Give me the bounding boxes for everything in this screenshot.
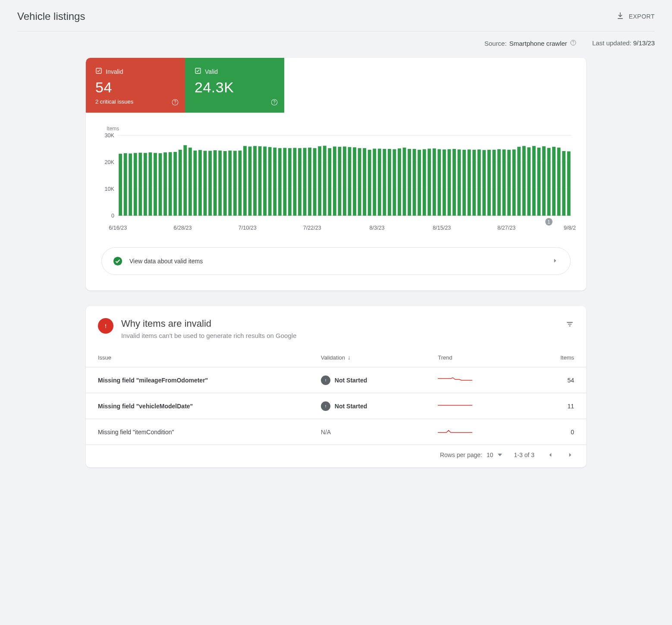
svg-rect-46	[268, 147, 272, 216]
svg-rect-17	[124, 153, 127, 216]
valid-count: 24.3K	[195, 79, 275, 96]
help-icon[interactable]	[570, 39, 577, 47]
svg-rect-64	[358, 148, 361, 215]
svg-rect-59	[333, 146, 336, 215]
svg-rect-63	[353, 147, 356, 215]
svg-rect-47	[273, 148, 276, 216]
col-issue[interactable]: Issue	[86, 348, 309, 367]
chevron-right-icon	[551, 257, 559, 266]
svg-point-1	[573, 44, 573, 44]
svg-rect-76	[418, 150, 421, 216]
svg-rect-74	[408, 149, 411, 216]
items-bar-chart: 010K20K30K6/16/236/28/237/10/237/22/238/…	[96, 133, 576, 233]
valid-tab[interactable]: Valid 24.3K	[185, 58, 284, 113]
svg-rect-91	[493, 150, 496, 216]
issue-row[interactable]: Missing field "itemCondition"N/A0	[86, 419, 586, 445]
svg-text:6/28/23: 6/28/23	[174, 224, 192, 231]
svg-rect-33	[204, 151, 207, 215]
svg-rect-39	[233, 151, 237, 215]
svg-rect-49	[283, 148, 286, 216]
svg-rect-51	[293, 148, 296, 216]
svg-rect-96	[517, 147, 521, 216]
svg-rect-23	[154, 153, 157, 215]
overview-card: Invalid 54 2 critical issues Valid 24.3K	[86, 58, 586, 290]
svg-rect-18	[129, 154, 132, 216]
svg-rect-84	[458, 149, 461, 215]
svg-rect-71	[393, 149, 396, 216]
svg-rect-86	[468, 149, 471, 215]
help-icon[interactable]	[270, 98, 278, 107]
svg-rect-35	[214, 150, 217, 215]
svg-rect-68	[378, 148, 381, 215]
svg-rect-43	[253, 146, 257, 215]
svg-rect-94	[507, 150, 511, 216]
svg-rect-77	[423, 149, 426, 216]
svg-point-7	[274, 104, 274, 104]
svg-rect-58	[328, 148, 331, 215]
svg-rect-22	[149, 152, 152, 215]
filter-button[interactable]	[565, 318, 574, 330]
issue-row[interactable]: Missing field "mileageFromOdometer"Not S…	[86, 367, 586, 393]
svg-rect-75	[413, 149, 416, 216]
svg-rect-19	[134, 153, 137, 215]
issue-row[interactable]: Missing field "vehicleModelDate"Not Star…	[86, 393, 586, 419]
svg-rect-102	[547, 148, 551, 216]
rows-per-page-select[interactable]: Rows per page: 10	[440, 451, 502, 458]
svg-rect-38	[228, 151, 232, 216]
issue-name: Missing field "vehicleModelDate"	[86, 393, 309, 419]
svg-rect-25	[163, 152, 167, 215]
checkbox-checked-icon	[95, 67, 102, 76]
svg-rect-82	[448, 149, 451, 216]
checkbox-checked-icon	[195, 67, 201, 76]
svg-text:1: 1	[548, 219, 550, 224]
svg-rect-42	[248, 146, 252, 215]
help-icon[interactable]	[171, 98, 179, 107]
issue-trend-sparkline	[426, 393, 523, 419]
svg-rect-97	[522, 146, 526, 215]
last-updated-meta: Last updated: 9/13/23	[592, 39, 655, 47]
next-page-button[interactable]	[566, 451, 574, 459]
svg-rect-26	[169, 152, 172, 215]
svg-rect-66	[368, 150, 371, 216]
svg-rect-54	[308, 148, 311, 216]
svg-rect-56	[318, 146, 321, 216]
invalid-tab[interactable]: Invalid 54 2 critical issues	[86, 58, 185, 113]
not-started-icon	[321, 376, 330, 385]
page-title: Vehicle listings	[17, 10, 85, 22]
svg-rect-101	[542, 146, 546, 216]
dropdown-triangle-icon	[498, 451, 502, 458]
issue-validation: Not Started	[309, 393, 426, 419]
svg-rect-21	[144, 153, 147, 215]
col-trend[interactable]: Trend	[426, 348, 523, 367]
prev-page-button[interactable]	[546, 451, 554, 459]
svg-rect-106	[567, 152, 571, 216]
view-valid-items-link[interactable]: View data about valid items	[101, 247, 571, 275]
svg-rect-105	[562, 151, 565, 216]
svg-text:30K: 30K	[105, 133, 115, 139]
col-validation[interactable]: Validation ↓	[309, 348, 426, 367]
svg-rect-29	[183, 145, 187, 215]
svg-rect-69	[383, 149, 386, 216]
invalid-note: 2 critical issues	[95, 98, 176, 105]
col-items[interactable]: Items	[523, 348, 586, 367]
svg-rect-90	[487, 150, 491, 216]
svg-rect-40	[238, 151, 242, 216]
svg-rect-88	[477, 149, 481, 215]
svg-text:8/15/23: 8/15/23	[433, 224, 451, 231]
export-button[interactable]: EXPORT	[616, 12, 655, 22]
svg-rect-99	[532, 146, 536, 215]
svg-rect-87	[472, 150, 476, 216]
svg-rect-73	[403, 148, 406, 216]
error-icon	[98, 318, 113, 334]
issue-trend-sparkline	[426, 419, 523, 445]
svg-rect-78	[427, 148, 431, 215]
issues-title: Why items are invalid	[121, 318, 296, 329]
svg-text:10K: 10K	[105, 186, 115, 192]
invalid-count: 54	[95, 79, 176, 96]
issues-subtitle: Invalid items can't be used to generate …	[121, 332, 296, 339]
svg-rect-24	[159, 153, 162, 216]
svg-text:20K: 20K	[105, 159, 115, 165]
sort-desc-icon: ↓	[348, 354, 351, 361]
svg-rect-45	[263, 146, 267, 215]
pagination-range: 1-3 of 3	[514, 451, 534, 458]
